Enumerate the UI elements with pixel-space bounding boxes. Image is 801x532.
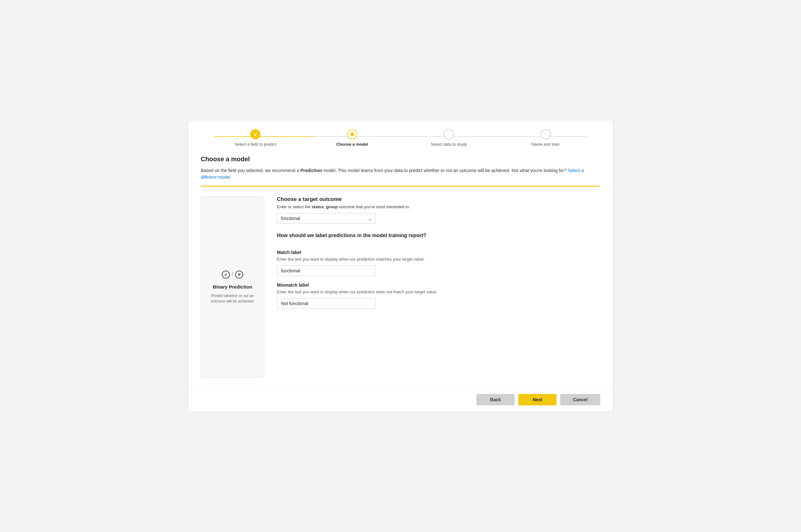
stepper: ✓ Select a field to predict Choose a mod… <box>188 120 613 153</box>
x-circle-icon <box>235 270 244 279</box>
check-circle-icon <box>221 270 230 279</box>
step-item-model: Choose a model <box>304 129 401 147</box>
labels-section-title: How should we label predictions in the m… <box>277 233 600 239</box>
step-item-data: Select data to study <box>400 129 497 147</box>
cancel-button[interactable]: Cancel <box>560 394 600 405</box>
footer: Back Next Cancel <box>188 387 613 412</box>
step-items: ✓ Select a field to predict Choose a mod… <box>207 129 594 147</box>
next-button[interactable]: Next <box>518 394 556 405</box>
step-item-train: Name and train <box>497 129 594 147</box>
step-label-field: Select a field to predict <box>235 142 276 147</box>
main-window: ✓ Select a field to predict Choose a mod… <box>188 120 613 412</box>
page-header: Choose a model <box>188 153 613 163</box>
mismatch-label-group: Mismatch label Enter the text you want t… <box>277 283 600 309</box>
target-outcome-desc: Enter or select the status_group outcome… <box>277 205 600 209</box>
match-label-desc: Enter the text you want to display when … <box>277 257 600 262</box>
right-panel: Choose a target outcome Enter or select … <box>277 196 600 378</box>
mismatch-label-title: Mismatch label <box>277 283 600 288</box>
step-label-model: Choose a model <box>336 142 368 147</box>
target-outcome-dropdown[interactable]: functional functional needs repair non f… <box>277 213 375 224</box>
desc-suffix: outcome that you're most interested in. <box>338 205 410 209</box>
step-circle-model <box>347 129 357 139</box>
mismatch-label-input[interactable] <box>277 298 375 309</box>
field-name: status_group <box>312 205 338 209</box>
info-text-after: model. This model learns from your data … <box>322 168 566 173</box>
target-outcome-title: Choose a target outcome <box>277 196 600 203</box>
model-card-description: Predict whether or not an outcome will b… <box>206 293 259 304</box>
info-text-before: Based on the field you selected, we reco… <box>201 168 300 173</box>
model-card-title: Binary Prediction <box>213 284 252 289</box>
step-label-data: Select data to study <box>431 142 467 147</box>
main-content: / Binary Prediction Predict whether or n… <box>188 187 613 387</box>
binary-prediction-icon: / <box>221 270 243 279</box>
model-card: / Binary Prediction Predict whether or n… <box>201 196 264 378</box>
step-circle-data <box>444 129 454 139</box>
labels-section: How should we label predictions in the m… <box>277 233 600 309</box>
step-item-field: ✓ Select a field to predict <box>207 129 304 147</box>
info-bar: Based on the field you selected, we reco… <box>201 167 600 180</box>
step-circle-train <box>541 129 551 139</box>
match-label-group: Match label Enter the text you want to d… <box>277 250 600 276</box>
back-button[interactable]: Back <box>477 394 515 405</box>
target-outcome-section: Choose a target outcome Enter or select … <box>277 196 600 224</box>
step-label-train: Name and train <box>532 142 560 147</box>
slash-icon: / <box>231 271 233 278</box>
info-model-name: Prediction <box>300 168 322 173</box>
page-title: Choose a model <box>201 155 250 163</box>
checkmark-icon: ✓ <box>254 131 258 137</box>
match-label-title: Match label <box>277 250 600 255</box>
mismatch-label-desc: Enter the text you want to display when … <box>277 289 600 294</box>
desc-prefix: Enter or select the <box>277 205 312 209</box>
step-circle-field: ✓ <box>250 129 260 139</box>
target-outcome-dropdown-wrapper: functional functional needs repair non f… <box>277 213 375 224</box>
match-label-input[interactable] <box>277 265 375 276</box>
